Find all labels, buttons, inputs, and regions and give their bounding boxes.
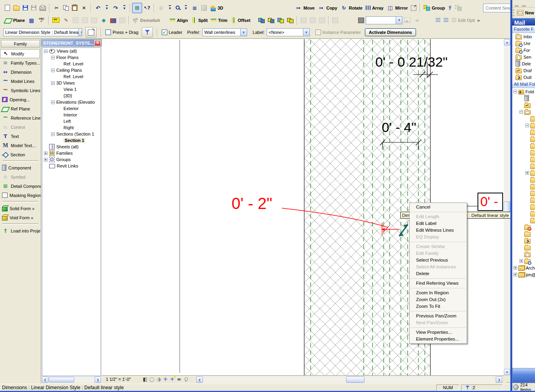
tree-item-right[interactable]: Right (42, 124, 101, 131)
favorite-folders-header[interactable]: Favorite F (512, 26, 535, 33)
work-plane-button[interactable]: Plane (3, 15, 26, 26)
tree-item-elevations[interactable]: Elevations (Elevatio (42, 99, 101, 105)
copy-move-button[interactable]: Copy (316, 3, 339, 13)
scroll-list-button[interactable] (166, 3, 174, 13)
new-button[interactable] (3, 3, 12, 13)
expand-icon[interactable] (519, 259, 523, 263)
join-geometry-button[interactable] (257, 15, 266, 26)
leader-checkbox[interactable] (162, 30, 167, 35)
activate-dimensions-button[interactable]: Activate Dimensions (365, 28, 416, 36)
type-selector-combo[interactable] (366, 16, 402, 24)
split-button[interactable]: Split (189, 15, 209, 26)
nav-pane-mail-button[interactable] (512, 368, 535, 383)
mail-folder-row[interactable] (512, 156, 535, 163)
offset-button[interactable]: Offset (229, 15, 252, 26)
list-outline-button[interactable] (434, 15, 442, 26)
mail-folder-row[interactable] (512, 136, 535, 142)
tree-item-view-1[interactable]: View 1 (42, 86, 101, 93)
undo-button[interactable] (93, 3, 103, 13)
chevron-down-icon[interactable] (240, 29, 247, 36)
print-button[interactable] (38, 3, 48, 13)
tree-item-sheets[interactable]: Sheets (all) (42, 144, 101, 150)
dimension-value-mid[interactable]: 0' - 4" (382, 120, 416, 135)
group-button[interactable]: Group (422, 3, 446, 13)
tree-item-families[interactable]: Families (42, 150, 101, 156)
split-face-button[interactable] (285, 15, 295, 26)
array-button[interactable]: Array (364, 3, 385, 13)
sidebar-item-ref-plane[interactable]: Ref Plane (0, 104, 41, 113)
collapse-icon[interactable] (51, 81, 55, 85)
mail-folder-row[interactable] (512, 258, 535, 264)
menu-item-previous-pan-zoom[interactable]: Previous Pan/Zoom (410, 313, 467, 319)
mail-folder-row[interactable] (512, 108, 535, 115)
project-browser-toggle-button[interactable] (132, 3, 142, 13)
grid-button[interactable] (26, 15, 36, 26)
paste-button[interactable] (70, 3, 79, 13)
sidebar-item-modify[interactable]: Modify (0, 49, 40, 58)
zoom-list-button[interactable] (182, 3, 190, 13)
menu-item-edit-label[interactable]: Edit Label (410, 220, 467, 227)
collapse-icon[interactable] (519, 110, 523, 114)
sidebar-item-reference-line[interactable]: Reference Line (0, 113, 41, 122)
sidebar-item-text[interactable]: Text (0, 132, 41, 141)
dimension-value-top[interactable]: 0' - 0 21/32" (375, 54, 448, 70)
sidebar-item-section[interactable]: Section (0, 150, 41, 159)
color-swatch-button[interactable] (357, 15, 366, 26)
favorite-drafts[interactable]: Draf (512, 67, 535, 74)
spelling-button[interactable] (36, 15, 47, 26)
undo-list-button[interactable] (103, 3, 111, 13)
cut-geometry-button[interactable] (266, 15, 276, 26)
tree-item-ref-level-2[interactable]: Ref. Level (42, 73, 101, 80)
sidebar-item-void-form[interactable]: Void Form » (0, 213, 41, 222)
align-button[interactable]: Align (168, 15, 190, 26)
menu-item-edit-witness-lines[interactable]: Edit Witness Lines (410, 227, 467, 234)
dimension-edit-box[interactable]: 0' - (478, 193, 503, 211)
expand-icon[interactable] (44, 152, 48, 155)
reveal-hidden-elements-icon[interactable] (184, 377, 188, 382)
menu-item-element-properties[interactable]: Element Properties... (410, 336, 467, 343)
mail-folder-row[interactable] (512, 95, 535, 102)
menu-item-view-properties[interactable]: View Properties... (410, 329, 467, 336)
expand-icon[interactable] (44, 158, 48, 162)
redo-list-button[interactable] (121, 3, 128, 13)
mail-folder-row[interactable] (512, 115, 535, 122)
outlook-menubar[interactable] (512, 0, 535, 8)
collapse-icon[interactable] (44, 49, 48, 53)
sidebar-item-model-lines[interactable]: Model Lines (0, 77, 41, 86)
collapse-icon[interactable] (51, 56, 55, 59)
tree-item-ref-level[interactable]: Ref. Level (42, 61, 101, 67)
temporary-hide-isolate-icon[interactable] (176, 376, 182, 382)
redo-button[interactable] (111, 3, 121, 13)
new-mail-button[interactable]: New (515, 8, 535, 18)
crop-region-icon[interactable] (162, 376, 169, 382)
wall-joins-button[interactable] (276, 15, 285, 26)
dimension-style-combo[interactable]: Linear Dimension Style : Default linea (3, 28, 82, 36)
paint-button[interactable] (99, 15, 109, 26)
move-button[interactable]: Move (293, 3, 316, 13)
close-icon[interactable] (94, 40, 101, 46)
favorite-followup[interactable]: For (512, 47, 535, 53)
sidebar-item-symbolic-lines[interactable]: Symbolic Lines (0, 86, 41, 95)
mail-archive-folder-1[interactable]: Arch (512, 264, 535, 271)
project-browser-titlebar[interactable]: STOREFRONT_SYSTE... (41, 39, 102, 47)
dimension-value-selected[interactable]: 0' - 2" (232, 195, 272, 213)
copy-button[interactable] (61, 3, 70, 13)
mail-folder-row[interactable] (512, 176, 535, 183)
chevron-down-icon[interactable] (303, 29, 309, 36)
sidebar-item-solid-form[interactable]: Solid Form » (0, 204, 41, 213)
match-type-button[interactable] (61, 15, 71, 26)
tree-item-groups[interactable]: Groups (42, 156, 101, 163)
zoom-button[interactable] (174, 3, 182, 13)
collapse-icon[interactable] (51, 69, 55, 72)
tree-item-3d-views[interactable]: 3D Views (42, 80, 101, 86)
tree-item-exterior[interactable]: Exterior (42, 105, 101, 112)
scroll-right-icon[interactable]: ❯ (496, 376, 502, 383)
design-bar-tab-family[interactable]: Family (1, 40, 40, 47)
pin-button[interactable] (446, 3, 454, 13)
delete-button[interactable] (79, 3, 89, 13)
linework-button[interactable] (109, 15, 118, 26)
chevron-down-icon[interactable] (396, 17, 402, 24)
scrollbar-thumb[interactable] (49, 377, 74, 382)
open-button[interactable] (12, 3, 21, 13)
mail-folder-row[interactable] (512, 163, 535, 169)
